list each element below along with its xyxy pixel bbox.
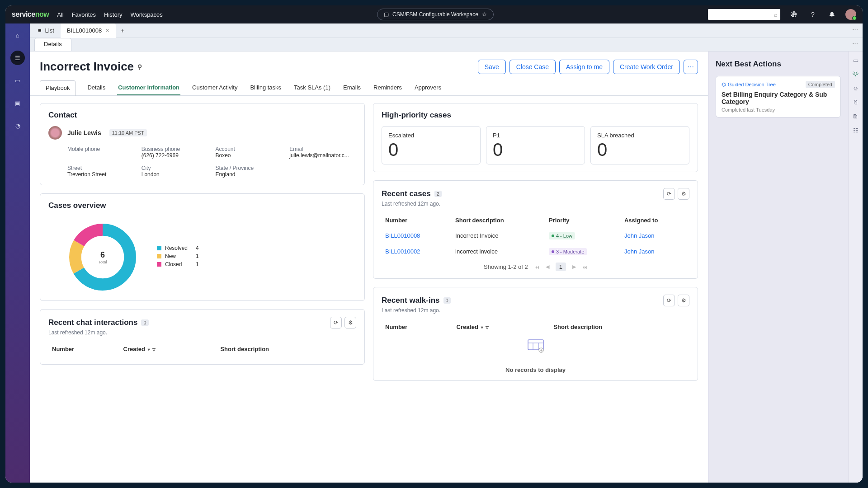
rtab-customer-activity[interactable]: Customer Activity bbox=[191, 80, 238, 95]
chat-refresh-icon[interactable]: ⟳ bbox=[330, 317, 342, 328]
more-actions-button[interactable]: ⋯ bbox=[684, 60, 698, 74]
chat-count: 0 bbox=[141, 319, 148, 326]
logo: servicenow bbox=[12, 10, 49, 19]
ctx-list-icon[interactable]: ☷ bbox=[853, 127, 859, 134]
card-icon[interactable]: ▭ bbox=[10, 73, 25, 88]
assign-to-me-button[interactable]: Assign to me bbox=[559, 60, 609, 74]
tab-list[interactable]: ≡List bbox=[32, 23, 61, 38]
contact-avatar bbox=[48, 126, 62, 140]
rc-th-priority[interactable]: Priority bbox=[546, 213, 621, 227]
wi-th-desc[interactable]: Short description bbox=[551, 320, 689, 334]
rtab-billing-tasks[interactable]: Billing tasks bbox=[249, 80, 282, 95]
create-work-order-button[interactable]: Create Work Order bbox=[613, 60, 680, 74]
subtab-details[interactable]: Details bbox=[34, 38, 71, 51]
wi-settings-icon[interactable]: ⚙ bbox=[678, 295, 689, 306]
sort-desc-icon: ▼ bbox=[480, 325, 484, 330]
home-icon[interactable]: ⌂ bbox=[10, 28, 25, 42]
rtab-emails[interactable]: Emails bbox=[342, 80, 362, 95]
ctx-panel-icon[interactable]: ▭ bbox=[853, 57, 859, 64]
list-icon[interactable]: ☰ bbox=[10, 51, 25, 65]
rtab-details[interactable]: Details bbox=[86, 80, 106, 95]
pager-next-icon[interactable]: ▶ bbox=[572, 264, 576, 270]
star-icon[interactable]: ☆ bbox=[482, 11, 487, 18]
table-row[interactable]: BILL0010008Incorrect Invoice4 - LowJohn … bbox=[382, 228, 689, 243]
hp-box: SLA breached0 bbox=[590, 126, 689, 164]
contact-field: Mobile phone bbox=[67, 146, 134, 159]
assigned-link[interactable]: John Jason bbox=[624, 248, 655, 255]
rc-pager: Showing 1-2 of 2 ⏮ ◀ 1 ▶ ⏭ bbox=[382, 260, 689, 271]
subtabs-more-icon[interactable]: ⋯ bbox=[852, 40, 858, 47]
search-icon: ⌕ bbox=[774, 11, 778, 18]
donut-chart: 6 Total bbox=[66, 221, 139, 293]
new-tab[interactable]: ＋ bbox=[116, 23, 129, 38]
tag-icon[interactable]: ⚲ bbox=[137, 63, 142, 70]
wi-th-created[interactable]: Created ▼ ▽ bbox=[454, 320, 550, 334]
record-title: Incorrect Invoice ⚲ bbox=[40, 60, 142, 74]
contact-title: Contact bbox=[48, 111, 356, 120]
recent-cases-card: Recent cases 2 ⟳ ⚙ Last refreshed 12m ag… bbox=[373, 180, 698, 279]
rc-th-assigned[interactable]: Assigned to bbox=[622, 213, 689, 227]
close-tab-icon[interactable]: ✕ bbox=[105, 28, 109, 33]
close-case-button[interactable]: Close Case bbox=[509, 60, 556, 74]
ctx-clip-icon[interactable]: 📎︎ bbox=[853, 99, 859, 106]
pager-last-icon[interactable]: ⏭ bbox=[582, 264, 587, 270]
ctx-bulb-icon[interactable]: 💡︎ bbox=[853, 71, 859, 78]
wi-empty-text: No records to display bbox=[382, 357, 689, 373]
priority-chip: 4 - Low bbox=[549, 232, 575, 239]
ctx-face-icon[interactable]: ☺ bbox=[853, 85, 859, 92]
rtab-approvers[interactable]: Approvers bbox=[414, 80, 442, 95]
chat-card: Recent chat interactions 0 ⟳ ⚙ Last refr… bbox=[40, 309, 365, 365]
contact-card: Contact Julie Lewis 11:10 AM PST Mobile … bbox=[40, 103, 365, 185]
briefcase-icon[interactable]: ▣ bbox=[10, 96, 25, 110]
next-best-actions-panel: Next Best Actions ⌬ Guided Decision Tree… bbox=[708, 52, 848, 483]
user-avatar[interactable] bbox=[845, 9, 856, 20]
nav-all[interactable]: All bbox=[57, 11, 63, 18]
global-search[interactable]: ⌕ bbox=[708, 9, 780, 20]
nba-card-title: Set Billing Enquiry Category & Sub Categ… bbox=[722, 91, 835, 105]
high-priority-card: High-priority cases Escalated0P10SLA bre… bbox=[373, 103, 698, 172]
filter-icon[interactable]: ▽ bbox=[486, 325, 489, 330]
overview-title: Cases overview bbox=[48, 201, 356, 210]
rc-th-desc[interactable]: Short description bbox=[453, 213, 545, 227]
wi-refresh-icon[interactable]: ⟳ bbox=[663, 295, 675, 306]
rtab-playbook[interactable]: Playbook bbox=[40, 80, 75, 96]
chat-th-number[interactable]: Number bbox=[49, 342, 120, 356]
wi-count: 0 bbox=[443, 297, 451, 304]
rtab-reminders[interactable]: Reminders bbox=[373, 80, 403, 95]
nba-card[interactable]: ⌬ Guided Decision Tree Completed Set Bil… bbox=[716, 76, 841, 117]
case-link[interactable]: BILL0010008 bbox=[385, 232, 420, 239]
wi-th-number[interactable]: Number bbox=[382, 320, 453, 334]
tree-icon: ⌬ bbox=[722, 82, 726, 88]
workspace-pill[interactable]: ▢ CSM/FSM Configurable Workspace ☆ bbox=[377, 9, 494, 20]
nav-workspaces[interactable]: Workspaces bbox=[131, 11, 163, 18]
globe-icon[interactable]: 🌐︎ bbox=[788, 9, 799, 20]
tabs-more-icon[interactable]: ⋯ bbox=[852, 26, 858, 33]
rtab-customer-info[interactable]: Customer Information bbox=[117, 80, 180, 95]
nav-favorites[interactable]: Favorites bbox=[72, 11, 96, 18]
bell-icon[interactable]: 🔔︎ bbox=[826, 9, 837, 20]
pager-prev-icon[interactable]: ◀ bbox=[546, 264, 549, 270]
help-icon[interactable]: ? bbox=[807, 9, 818, 20]
nav-history[interactable]: History bbox=[104, 11, 122, 18]
dashboard-icon[interactable]: ◔ bbox=[10, 118, 25, 133]
rc-count: 2 bbox=[434, 191, 442, 197]
rc-th-number[interactable]: Number bbox=[382, 213, 452, 227]
table-row[interactable]: BILL0010002incorrect invoice3 - Moderate… bbox=[382, 244, 689, 259]
chat-th-created[interactable]: Created ▼ ▽ bbox=[121, 342, 217, 356]
chat-settings-icon[interactable]: ⚙ bbox=[344, 317, 356, 328]
save-button[interactable]: Save bbox=[478, 60, 506, 74]
assigned-link[interactable]: John Jason bbox=[624, 232, 655, 239]
contact-name: Julie Lewis bbox=[67, 129, 101, 136]
pager-first-icon[interactable]: ⏮ bbox=[534, 264, 539, 270]
tab-record[interactable]: BILL0010008 ✕ bbox=[61, 23, 116, 38]
rtab-task-slas[interactable]: Task SLAs (1) bbox=[293, 80, 331, 95]
rc-settings-icon[interactable]: ⚙ bbox=[678, 188, 689, 200]
ctx-doc-icon[interactable]: 🗎 bbox=[853, 113, 859, 120]
left-rail: ⌂ ☰ ▭ ▣ ◔ bbox=[5, 23, 30, 483]
case-link[interactable]: BILL0010002 bbox=[385, 248, 420, 255]
filter-icon[interactable]: ▽ bbox=[152, 347, 156, 352]
wi-sub: Last refreshed 12m ago. bbox=[382, 307, 689, 314]
walk-ins-card: Recent walk-ins 0 ⟳ ⚙ Last refreshed 12m… bbox=[373, 287, 698, 381]
rc-refresh-icon[interactable]: ⟳ bbox=[663, 188, 675, 200]
chat-th-desc[interactable]: Short description bbox=[217, 342, 355, 356]
